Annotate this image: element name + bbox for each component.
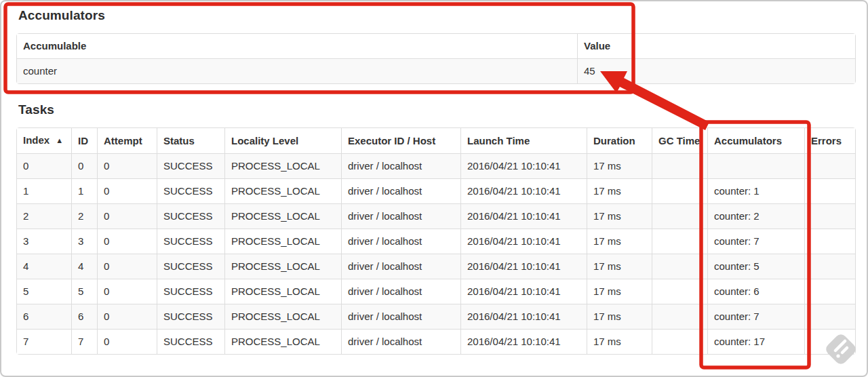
cell-attempt: 0 [97, 203, 157, 229]
cell-id: 2 [71, 203, 97, 229]
cell-duration: 17 ms [587, 304, 652, 329]
cell-id: 3 [71, 229, 97, 254]
cell-executor-id-host: driver / localhost [341, 279, 460, 304]
cell-duration: 17 ms [587, 279, 652, 304]
cell-locality-level: PROCESS_LOCAL [224, 178, 341, 203]
cell-attempt: 0 [97, 304, 157, 329]
column-header-index-label: Index [23, 134, 50, 146]
cell-index: 6 [17, 304, 71, 329]
cell-locality-level: PROCESS_LOCAL [224, 153, 341, 178]
task-row: 3 3 0 SUCCESS PROCESS_LOCAL driver / loc… [17, 229, 855, 254]
task-row: 1 1 0 SUCCESS PROCESS_LOCAL driver / loc… [17, 178, 855, 203]
cell-locality-level: PROCESS_LOCAL [224, 304, 341, 329]
cell-status: SUCCESS [157, 254, 224, 279]
cell-duration: 17 ms [587, 229, 652, 254]
cell-accumulators: counter: 1 [707, 178, 804, 203]
tasks-section-title: Tasks [18, 102, 852, 117]
cell-executor-id-host: driver / localhost [341, 304, 460, 329]
cell-executor-id-host: driver / localhost [341, 329, 460, 354]
cell-index: 4 [17, 254, 71, 279]
column-header-executor-id-host[interactable]: Executor ID / Host [341, 128, 460, 153]
column-header-accumulators[interactable]: Accumulators [707, 128, 804, 153]
task-row: 5 5 0 SUCCESS PROCESS_LOCAL driver / loc… [17, 279, 855, 304]
accumulators-header-row: Accumulable Value [17, 34, 855, 58]
task-row: 2 2 0 SUCCESS PROCESS_LOCAL driver / loc… [17, 203, 855, 229]
cell-index: 5 [17, 279, 71, 304]
cell-index: 3 [17, 229, 71, 254]
cell-attempt: 0 [97, 153, 157, 178]
cell-status: SUCCESS [157, 279, 224, 304]
cell-executor-id-host: driver / localhost [341, 153, 460, 178]
task-row: 6 6 0 SUCCESS PROCESS_LOCAL driver / loc… [17, 304, 855, 329]
cell-gc-time [652, 254, 707, 279]
cell-duration: 17 ms [587, 178, 652, 203]
cell-locality-level: PROCESS_LOCAL [224, 254, 341, 279]
cell-status: SUCCESS [157, 178, 224, 203]
cell-status: SUCCESS [157, 203, 224, 229]
column-header-gc-time[interactable]: GC Time [652, 128, 707, 153]
cell-status: SUCCESS [157, 329, 224, 354]
cell-accumulators: counter: 5 [707, 254, 804, 279]
cell-attempt: 0 [97, 279, 157, 304]
cell-launch-time: 2016/04/21 10:10:41 [460, 203, 587, 229]
cell-id: 4 [71, 254, 97, 279]
column-header-duration[interactable]: Duration [587, 128, 652, 153]
cell-locality-level: PROCESS_LOCAL [224, 329, 341, 354]
cell-errors [804, 279, 855, 304]
cell-index: 7 [17, 329, 71, 354]
column-header-attempt[interactable]: Attempt [97, 128, 157, 153]
cell-gc-time [652, 229, 707, 254]
spark-stage-page: Accumulators Accumulable Value counter 4… [0, 0, 868, 377]
cell-id: 0 [71, 153, 97, 178]
cell-attempt: 0 [97, 254, 157, 279]
cell-index: 0 [17, 153, 71, 178]
cell-errors [804, 203, 855, 229]
cell-index: 1 [17, 178, 71, 203]
cell-accumulators [707, 153, 804, 178]
cell-id: 5 [71, 279, 97, 304]
cell-accumulators: counter: 17 [707, 329, 804, 354]
column-header-index[interactable]: Index▲ [17, 128, 71, 153]
cell-errors [804, 178, 855, 203]
cell-attempt: 0 [97, 229, 157, 254]
cell-duration: 17 ms [587, 329, 652, 354]
cell-launch-time: 2016/04/21 10:10:41 [460, 178, 587, 203]
page-content: Accumulators Accumulable Value counter 4… [1, 1, 867, 355]
accumulators-table: Accumulable Value counter 45 [16, 33, 856, 84]
cell-launch-time: 2016/04/21 10:10:41 [460, 329, 587, 354]
tasks-header-row: Index▲ ID Attempt Status Locality Level … [17, 128, 855, 153]
cell-locality-level: PROCESS_LOCAL [224, 279, 341, 304]
column-header-status[interactable]: Status [157, 128, 224, 153]
cell-gc-time [652, 203, 707, 229]
task-row: 0 0 0 SUCCESS PROCESS_LOCAL driver / loc… [17, 153, 855, 178]
cell-gc-time [652, 153, 707, 178]
cell-executor-id-host: driver / localhost [341, 178, 460, 203]
task-row: 4 4 0 SUCCESS PROCESS_LOCAL driver / loc… [17, 254, 855, 279]
cell-locality-level: PROCESS_LOCAL [224, 229, 341, 254]
cell-attempt: 0 [97, 329, 157, 354]
cell-gc-time [652, 279, 707, 304]
cell-gc-time [652, 178, 707, 203]
cell-errors [804, 329, 855, 354]
cell-launch-time: 2016/04/21 10:10:41 [460, 229, 587, 254]
cell-accumulator-value: 45 [577, 58, 855, 83]
cell-id: 7 [71, 329, 97, 354]
cell-gc-time [652, 304, 707, 329]
cell-accumulators: counter: 6 [707, 279, 804, 304]
cell-errors [804, 254, 855, 279]
column-header-errors[interactable]: Errors [804, 128, 855, 153]
column-header-launch-time[interactable]: Launch Time [460, 128, 587, 153]
cell-launch-time: 2016/04/21 10:10:41 [460, 153, 587, 178]
column-header-id[interactable]: ID [71, 128, 97, 153]
cell-errors [804, 304, 855, 329]
cell-executor-id-host: driver / localhost [341, 203, 460, 229]
cell-executor-id-host: driver / localhost [341, 254, 460, 279]
cell-locality-level: PROCESS_LOCAL [224, 203, 341, 229]
column-header-locality-level[interactable]: Locality Level [224, 128, 341, 153]
task-row: 7 7 0 SUCCESS PROCESS_LOCAL driver / loc… [17, 329, 855, 354]
cell-errors [804, 153, 855, 178]
cell-status: SUCCESS [157, 229, 224, 254]
accumulators-section-title: Accumulators [18, 8, 852, 23]
cell-executor-id-host: driver / localhost [341, 229, 460, 254]
cell-attempt: 0 [97, 178, 157, 203]
